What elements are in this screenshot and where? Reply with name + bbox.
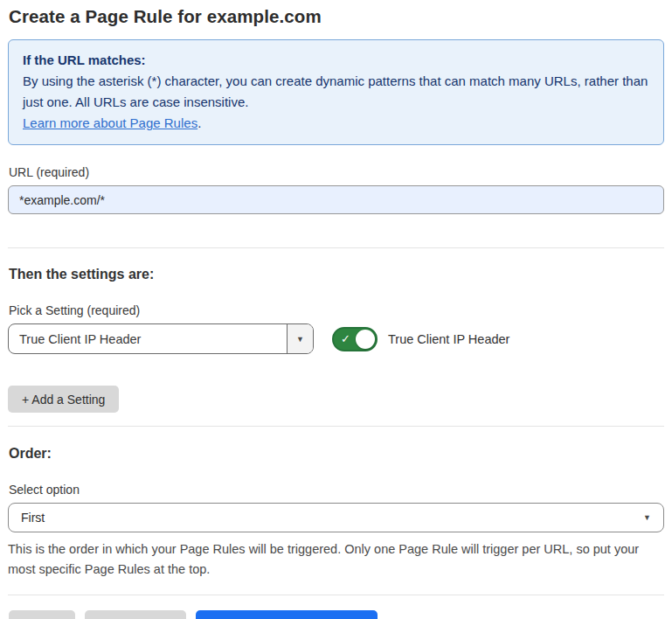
divider xyxy=(8,595,664,595)
divider xyxy=(8,247,664,248)
setting-row: True Client IP Header ▼ ✓ True Client IP… xyxy=(8,323,664,354)
page-title: Create a Page Rule for example.com xyxy=(9,6,664,27)
page-rule-form: Create a Page Rule for example.com If th… xyxy=(0,0,672,619)
setting-select-value: True Client IP Header xyxy=(9,324,287,353)
pick-setting-label: Pick a Setting (required) xyxy=(9,303,664,317)
info-box-body: By using the asterisk (*) character, you… xyxy=(23,71,649,113)
url-input[interactable] xyxy=(8,185,664,214)
chevron-down-icon: ▼ xyxy=(643,513,651,522)
save-deploy-button[interactable]: Save and Deploy Page Rule xyxy=(196,610,378,619)
settings-section-heading: Then the settings are: xyxy=(9,267,664,282)
cancel-button[interactable]: Cancel xyxy=(9,610,75,619)
url-field-label: URL (required) xyxy=(9,165,664,179)
order-help-text: This is the order in which your Page Rul… xyxy=(8,539,662,580)
order-select-value: First xyxy=(21,511,45,525)
add-setting-button[interactable]: + Add a Setting xyxy=(8,386,119,413)
info-box-link-line: Learn more about Page Rules. xyxy=(23,113,649,134)
order-select-label: Select option xyxy=(9,483,664,497)
toggle-knob xyxy=(356,330,375,349)
divider xyxy=(8,426,664,427)
setting-select[interactable]: True Client IP Header ▼ xyxy=(8,323,314,354)
url-match-info-box: If the URL matches: By using the asteris… xyxy=(8,39,664,145)
save-draft-button[interactable]: Save as Draft xyxy=(85,610,187,619)
footer-buttons: Cancel Save as Draft Save and Deploy Pag… xyxy=(9,610,664,619)
chevron-down-icon: ▼ xyxy=(287,324,313,353)
info-box-heading: If the URL matches: xyxy=(23,50,649,71)
toggle-label: True Client IP Header xyxy=(388,332,509,346)
order-section-heading: Order: xyxy=(9,446,664,462)
order-select[interactable]: First ▼ xyxy=(8,503,664,532)
link-suffix: . xyxy=(197,115,201,130)
check-icon: ✓ xyxy=(341,333,350,344)
learn-more-link[interactable]: Learn more about Page Rules xyxy=(23,115,197,130)
setting-toggle[interactable]: ✓ xyxy=(332,327,378,351)
